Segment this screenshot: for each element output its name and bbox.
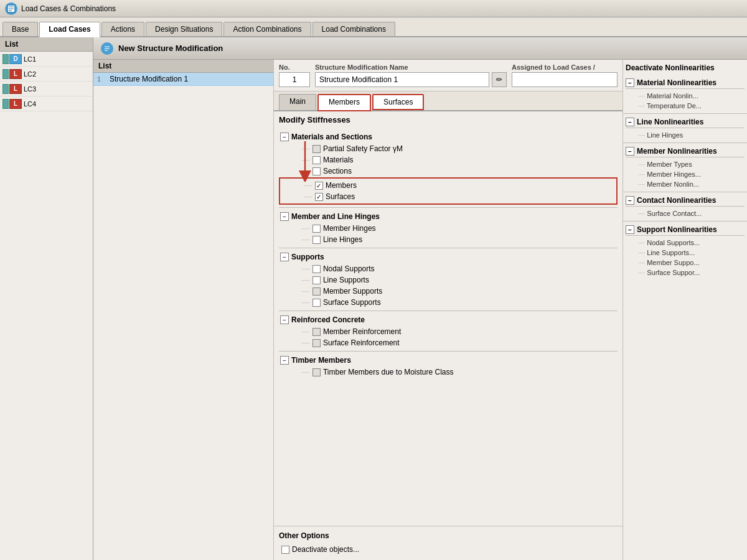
tab-design-situations[interactable]: Design Situations [146,22,222,36]
list-panel-header: List [93,60,273,73]
lc-name-2: LC2 [24,70,36,78]
tab-actions[interactable]: Actions [101,22,144,36]
menu-tabs: Base Load Cases Actions Design Situation… [0,17,747,37]
tree-content: − Materials and Sections ····· Partial S… [274,127,622,521]
no-input[interactable] [279,72,310,87]
tab-base[interactable]: Base [2,22,38,36]
main-layout: List D LC1 L LC2 L LC3 L LC4 New S [0,37,747,560]
right-item-line-hinges: ···· Line Hinges [626,130,745,140]
toggle-reinforced[interactable]: − [280,315,289,324]
tab-members[interactable]: Members [317,94,371,111]
no-label: No. [279,63,310,71]
app-icon [5,2,17,15]
section-label-hinges: Member and Line Hinges [291,212,380,221]
dialog-icon [101,42,113,55]
item-line-supports: ····· Line Supports [279,274,618,286]
app-title: Load Cases & Combinations [21,4,116,13]
toggle-material-nl[interactable]: − [626,78,634,87]
item-line-hinges: ····· Line Hinges [279,234,618,245]
lc-color-l1 [2,69,9,79]
right-section-support-nl: − Support Nonlinearities ···· Nodal Supp… [623,222,747,280]
cb-member-reinforcement[interactable] [312,328,321,336]
divider-3 [279,310,618,311]
right-section-member-nl: − Member Nonlinearities ···· Member Type… [623,143,747,192]
lc-name-3: LC3 [24,85,36,93]
other-options-title: Other Options [279,531,618,540]
no-field-group: No. [279,63,310,87]
edit-name-button[interactable]: ✏ [492,72,507,87]
right-item-member-nonlin: ···· Member Nonlin... [626,179,745,189]
right-label-line: Line Nonlinearities [637,118,703,126]
inner-layout: List 1 Structure Modification 1 No. Stru… [93,60,747,560]
right-item-line-supports-nl: ···· Line Supports... [626,248,745,258]
name-field-group: Structure Modification Name ✏ [315,63,507,87]
title-bar: Load Cases & Combinations [0,0,747,17]
lc-type-l1: L [9,69,22,79]
list-item: L LC2 [0,67,93,82]
toggle-timber[interactable]: − [280,356,289,365]
cb-timber-moisture[interactable] [312,368,321,376]
tab-load-cases[interactable]: Load Cases [39,22,100,37]
right-label-contact: Contact Nonlinearities [637,196,716,205]
list-item: L LC4 [0,96,93,111]
cb-surface-reinforcement[interactable] [312,339,321,347]
assigned-field-group: Assigned to Load Cases / [512,63,618,87]
section-reinforced: − Reinforced Concrete [279,314,618,326]
name-input[interactable] [315,72,489,87]
cb-surface-supports[interactable] [312,299,321,307]
divider-2 [279,248,618,248]
toggle-member-nl[interactable]: − [626,147,634,156]
cb-member-hinges[interactable] [312,225,321,233]
section-label-reinforced: Reinforced Concrete [291,315,365,324]
list-item: L LC3 [0,82,93,96]
fields-row: No. Structure Modification Name ✏ Assign… [274,60,622,91]
toggle-support-nl[interactable]: − [626,225,634,234]
structure-mod-item[interactable]: 1 Structure Modification 1 [93,73,273,86]
left-sidebar: List D LC1 L LC2 L LC3 L LC4 [0,37,93,560]
right-header-material: − Material Nonlinearities [626,77,745,89]
tab-main[interactable]: Main [279,94,316,110]
divider-1 [279,207,618,208]
cb-members[interactable] [315,182,323,190]
red-arrow-annotation [296,138,333,182]
item-member-reinforcement: ····· Member Reinforcement [279,326,618,337]
cb-member-supports[interactable] [312,287,321,296]
dialog-title: New Structure Modification [118,44,223,53]
right-item-member-hinges: ···· Member Hinges... [626,169,745,179]
item-member-hinges: ····· Member Hinges [279,223,618,234]
divider-4 [279,351,618,352]
section-timber: − Timber Members [279,354,618,366]
item-deactivate-objects: Deactivate objects... [279,544,618,555]
modify-stiffnesses-title: Modify Stiffnesses [274,111,622,127]
tab-action-combinations[interactable]: Action Combinations [223,22,311,36]
content-area: New Structure Modification List 1 Struct… [93,37,747,560]
right-header-support-nl: − Support Nonlinearities [626,224,745,236]
assigned-input[interactable] [512,72,618,87]
lc-color-l2 [2,84,9,94]
cb-nodal-supports[interactable] [312,265,321,273]
cb-line-hinges[interactable] [312,236,321,244]
lc-name-4: LC4 [24,100,36,108]
toggle-materials[interactable]: − [280,133,289,141]
lc-color-d [2,54,9,64]
cb-line-supports[interactable] [312,276,321,284]
name-label: Structure Modification Name [315,63,507,71]
right-header-member-nl: − Member Nonlinearities [626,146,745,157]
toggle-hinges[interactable]: − [280,212,289,221]
cb-surfaces[interactable] [315,193,323,201]
toggle-line-nl[interactable]: − [626,118,634,126]
item-timber-moisture: ····· Timber Members due to Moisture Cla… [279,366,618,378]
tab-surfaces[interactable]: Surfaces [372,94,424,110]
tab-load-combinations[interactable]: Load Combinations [312,22,395,36]
right-section-contact: − Contact Nonlinearities ···· Surface Co… [623,192,747,221]
item-name: Structure Modification 1 [110,75,188,83]
assigned-label: Assigned to Load Cases / [512,63,618,71]
right-section-material: − Material Nonlinearities ···· Material … [623,75,747,113]
lc-name-1: LC1 [24,55,36,63]
cb-deactivate-objects[interactable] [281,546,289,554]
list-item: D LC1 [0,52,93,67]
toggle-supports[interactable]: − [280,253,289,261]
section-supports: − Supports [279,251,618,263]
toggle-contact-nl[interactable]: − [626,196,634,205]
right-item-material-nl: ···· Material Nonlin... [626,91,745,101]
